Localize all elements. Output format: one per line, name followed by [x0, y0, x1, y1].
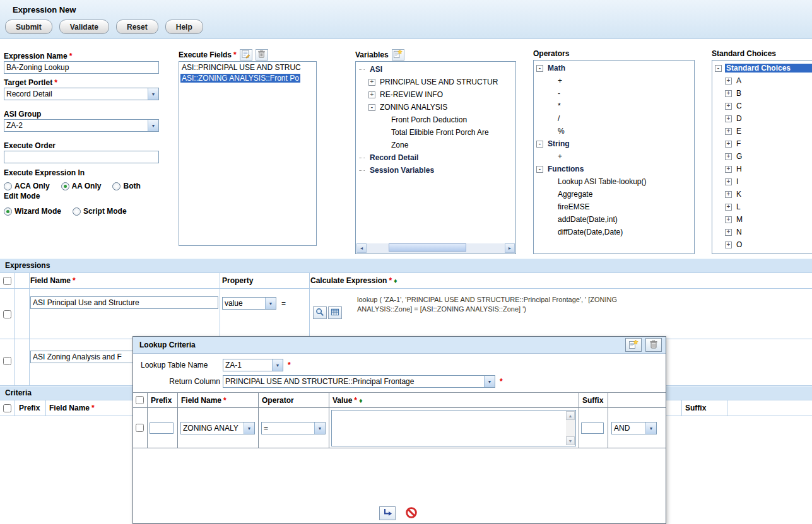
criteria-value-field[interactable]: ▲ ▼: [331, 410, 576, 446]
submit-button[interactable]: Submit: [5, 20, 52, 34]
tree-expander-icon[interactable]: [536, 166, 543, 173]
select-all-checkbox[interactable]: [3, 277, 11, 285]
asi-group-select[interactable]: ZA-2 ▼: [4, 119, 159, 132]
standard-choices-tree-item[interactable]: N: [712, 226, 812, 238]
lookup-table-name-select[interactable]: ZA-1 ▼: [223, 359, 283, 371]
scroll-up-icon[interactable]: ▲: [566, 411, 575, 420]
standard-choices-tree-item[interactable]: O: [712, 238, 812, 251]
tree-expander-icon[interactable]: [725, 103, 732, 110]
operators-tree-item[interactable]: addDate(Date,int): [534, 213, 694, 226]
reset-button[interactable]: Reset: [116, 20, 158, 34]
tree-expander-icon[interactable]: [725, 115, 732, 122]
tree-expander-icon[interactable]: [725, 141, 732, 148]
cancel-criteria-button[interactable]: [403, 506, 420, 520]
radio-option[interactable]: Wizard Mode: [4, 207, 61, 216]
search-expression-button[interactable]: [313, 306, 327, 319]
tree-expander-icon[interactable]: [725, 229, 732, 236]
tree-expander-icon[interactable]: [358, 154, 365, 161]
validate-button[interactable]: Validate: [59, 20, 109, 34]
standard-choices-tree-item[interactable]: H: [712, 163, 812, 175]
variables-tree-item[interactable]: Front Porch Deduction: [356, 114, 515, 126]
suffix-input[interactable]: [581, 422, 604, 434]
standard-choices-tree-item[interactable]: I: [712, 175, 812, 188]
operators-tree-item[interactable]: +: [534, 74, 694, 87]
tree-expander-icon[interactable]: [358, 66, 365, 73]
operators-tree-item[interactable]: fireEMSE: [534, 201, 694, 213]
row-checkbox[interactable]: [3, 310, 11, 318]
variables-tree-item[interactable]: Total Elibible Front Porch Are: [356, 126, 515, 139]
scroll-left-icon[interactable]: ◄: [356, 243, 367, 253]
property-select[interactable]: value ▼: [222, 297, 276, 310]
variables-tree-item[interactable]: ZONING ANALYSIS: [356, 101, 515, 114]
tree-expander-icon[interactable]: [725, 216, 732, 223]
standard-choices-tree-item[interactable]: E: [712, 125, 812, 137]
target-portlet-select[interactable]: Record Detail ▼: [4, 88, 159, 100]
radio-option[interactable]: Script Mode: [73, 207, 127, 216]
delete-criteria-button[interactable]: [645, 338, 662, 352]
variables-tree-item[interactable]: RE-REVIEW INFO: [356, 88, 515, 101]
standard-choices-tree-item[interactable]: D: [712, 112, 812, 125]
radio-option[interactable]: ACA Only: [4, 182, 50, 190]
tree-expander-icon[interactable]: [725, 153, 732, 160]
execute-field-item[interactable]: ASI::PRINCIPAL USE AND STRUC: [179, 62, 316, 73]
field-name-input[interactable]: [30, 296, 218, 309]
criteria-value-textarea[interactable]: [332, 411, 565, 445]
standard-choices-tree-item[interactable]: L: [712, 201, 812, 213]
return-column-select[interactable]: PRINCIPAL USE AND STRUCTURE::Principal F…: [223, 375, 495, 388]
standard-choices-tree-item[interactable]: M: [712, 213, 812, 226]
scrollbar-thumb[interactable]: [389, 243, 466, 252]
operators-tree-item[interactable]: Math: [534, 62, 694, 74]
execute-order-input[interactable]: [4, 151, 159, 163]
criteria-field-name-select[interactable]: ZONING ANALY ▼: [180, 422, 255, 434]
select-fields-button[interactable]: [240, 49, 252, 61]
standard-choices-tree-item[interactable]: A: [712, 74, 812, 87]
tree-expander-icon[interactable]: [715, 65, 722, 72]
operators-tree-item[interactable]: -: [534, 87, 694, 100]
standard-choices-tree-item[interactable]: Standard Choices: [712, 62, 812, 74]
select-all-checkbox[interactable]: [136, 396, 144, 404]
help-button[interactable]: Help: [165, 20, 203, 34]
tree-expander-icon[interactable]: [725, 166, 732, 173]
operators-tree-item[interactable]: String: [534, 137, 694, 150]
standard-choices-tree-item[interactable]: F: [712, 137, 812, 150]
conjunction-select[interactable]: AND ▼: [611, 422, 657, 434]
expression-name-input[interactable]: [4, 61, 159, 74]
execute-fields-listbox[interactable]: ASI::PRINCIPAL USE AND STRUC ASI::ZONING…: [179, 61, 317, 246]
tree-expander-icon[interactable]: [725, 128, 732, 135]
radio-option[interactable]: Both: [112, 182, 140, 190]
add-criteria-button[interactable]: [625, 338, 642, 352]
operators-tree-item[interactable]: Functions: [534, 163, 694, 175]
execute-field-item[interactable]: ASI::ZONING ANALYSIS::Front Po: [179, 73, 316, 84]
delete-fields-button[interactable]: [256, 49, 268, 61]
scroll-right-icon[interactable]: ►: [505, 243, 515, 253]
standard-choices-tree-item[interactable]: B: [712, 87, 812, 100]
tree-expander-icon[interactable]: [725, 204, 732, 211]
variables-tree-item[interactable]: Zone: [356, 139, 515, 151]
chevron-down-icon[interactable]: ▼: [645, 422, 656, 434]
select-all-checkbox[interactable]: [3, 404, 11, 412]
variables-tree-item[interactable]: Session Variables: [356, 164, 515, 177]
tree-expander-icon[interactable]: [725, 78, 732, 84]
tree-expander-icon[interactable]: [368, 104, 375, 111]
confirm-criteria-button[interactable]: [379, 506, 396, 520]
tree-expander-icon[interactable]: [536, 65, 543, 72]
horizontal-scrollbar[interactable]: ◄ ►: [356, 243, 515, 253]
variables-tree-item[interactable]: Record Detail: [356, 151, 515, 164]
operators-tree-item[interactable]: Aggregate: [534, 188, 694, 201]
operators-tree-item[interactable]: %: [534, 125, 694, 137]
tree-expander-icon[interactable]: [358, 167, 365, 174]
variables-tree-item[interactable]: PRINCIPAL USE AND STRUCTUR: [356, 76, 515, 88]
operators-tree-item[interactable]: Lookup ASI Table-lookup(): [534, 175, 694, 188]
tree-expander-icon[interactable]: [725, 178, 732, 185]
operators-tree-item[interactable]: /: [534, 112, 694, 125]
vertical-scrollbar[interactable]: ▲ ▼: [566, 411, 575, 445]
tree-expander-icon[interactable]: [536, 141, 543, 148]
operators-tree-item[interactable]: +: [534, 150, 694, 163]
criteria-operator-select[interactable]: = ▼: [261, 422, 326, 434]
tree-expander-icon[interactable]: [368, 91, 375, 98]
chevron-down-icon[interactable]: ▼: [484, 376, 495, 387]
chevron-down-icon[interactable]: ▼: [265, 298, 276, 309]
scrollbar-track[interactable]: [367, 243, 505, 253]
operators-tree-item[interactable]: diffDate(Date,Date): [534, 226, 694, 238]
variables-tree-item[interactable]: ASI: [356, 63, 515, 76]
